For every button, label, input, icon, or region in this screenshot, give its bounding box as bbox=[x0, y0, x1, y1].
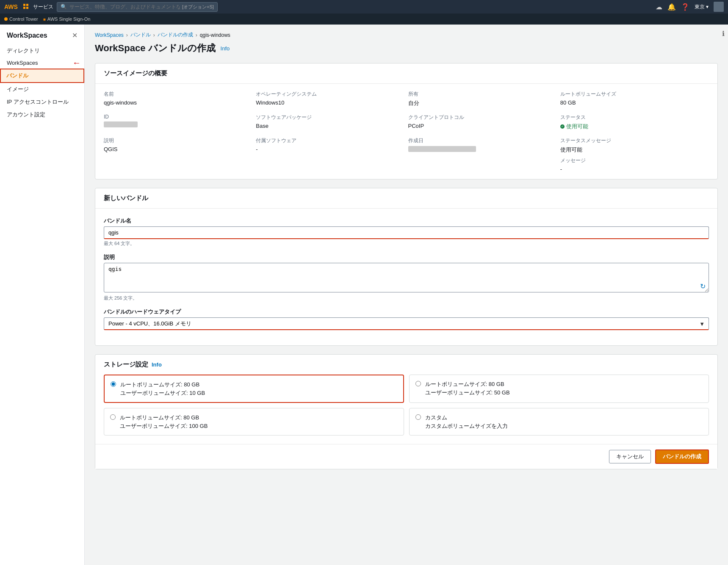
source-status-msg-value: 使用可能 bbox=[560, 146, 709, 154]
search-icon: 🔍 bbox=[61, 4, 67, 10]
sidebar-item-workspaces[interactable]: WorkSpaces bbox=[0, 57, 72, 69]
breadcrumb-workspaces[interactable]: WorkSpaces bbox=[95, 32, 124, 38]
source-desc-cell: 説明 QGIS bbox=[104, 137, 252, 172]
source-image-table: 名前 qgis-windows オペレーティングシステム Windows10 所… bbox=[95, 84, 717, 179]
main-layout: WorkSpaces ✕ ディレクトリ WorkSpaces ← バンドル イメ… bbox=[0, 25, 728, 565]
source-created-cell: 作成日 bbox=[408, 137, 557, 172]
sidebar-close-button[interactable]: ✕ bbox=[72, 31, 78, 39]
source-id-label: ID bbox=[104, 114, 252, 120]
storage-option-1-text: ルートボリュームサイズ: 80 GBユーザーボリュームサイズ: 10 GB bbox=[120, 380, 205, 397]
bell-icon[interactable]: 🔔 bbox=[667, 3, 676, 11]
storage-option-4[interactable]: カスタムカスタムボリュームサイズを入力 bbox=[409, 408, 709, 435]
sidebar-item-image[interactable]: イメージ bbox=[0, 83, 84, 96]
sidebar-title: WorkSpaces bbox=[7, 32, 47, 39]
search-input[interactable] bbox=[69, 4, 180, 10]
sidebar-item-ip-access[interactable]: IP アクセスコントロール bbox=[0, 96, 84, 108]
help-icon[interactable]: ❓ bbox=[681, 3, 689, 11]
storage-option-2[interactable]: ルートボリュームサイズ: 80 GBユーザーボリュームサイズ: 50 GB bbox=[409, 375, 709, 403]
sidebar-item-directory[interactable]: ディレクトリ bbox=[0, 44, 84, 57]
page-info-link[interactable]: Info bbox=[221, 45, 230, 52]
storage-options-grid: ルートボリュームサイズ: 80 GBユーザーボリュームサイズ: 10 GB ルー… bbox=[95, 375, 717, 444]
page-title-row: WorkSpace バンドルの作成 Info bbox=[95, 42, 718, 55]
storage-radio-3[interactable] bbox=[110, 414, 116, 420]
sso-link[interactable]: ■ AWS Single Sign-On bbox=[43, 17, 91, 22]
aws-logo: AWS bbox=[4, 3, 18, 10]
top-navigation: AWS サービス 🔍 [オプション+S] ☁ 🔔 ❓ 東京 ▾ bbox=[0, 0, 728, 14]
description-group: 説明 qgis ↻ 最大 256 文字。 bbox=[104, 254, 709, 301]
red-arrow-icon: ← bbox=[72, 58, 81, 68]
account-avatar[interactable] bbox=[714, 2, 724, 12]
source-status-cell: ステータス 使用可能 bbox=[560, 114, 709, 130]
sidebar-item-account-settings[interactable]: アカウント設定 bbox=[0, 108, 84, 121]
source-software-label: 付属ソフトウェア bbox=[256, 137, 404, 144]
services-button[interactable]: サービス bbox=[33, 3, 53, 11]
search-bar[interactable]: 🔍 [オプション+S] bbox=[57, 2, 218, 12]
svg-rect-3 bbox=[26, 7, 28, 9]
source-software-cell: 付属ソフトウェア - bbox=[256, 137, 404, 172]
source-software-value: - bbox=[256, 146, 404, 152]
source-name-value: qgis-windows bbox=[104, 99, 252, 106]
svg-rect-0 bbox=[23, 4, 25, 6]
storage-option-4-text: カスタムカスタムボリュームサイズを入力 bbox=[425, 413, 508, 430]
nav-right: ☁ 🔔 ❓ 東京 ▾ bbox=[656, 2, 724, 12]
hardware-type-group: バンドルのハードウェアタイプ Value - 1 vCPU、2.0GiB メモリ… bbox=[104, 308, 709, 330]
breadcrumb-create[interactable]: バンドルの作成 bbox=[158, 31, 193, 39]
sidebar-item-bundle[interactable]: バンドル bbox=[0, 69, 84, 83]
page-title: WorkSpace バンドルの作成 bbox=[95, 42, 216, 55]
control-tower-label: Control Tower bbox=[9, 17, 38, 22]
source-pkg-label: ソフトウェアパッケージ bbox=[256, 114, 404, 121]
description-hint: 最大 256 文字。 bbox=[104, 295, 709, 301]
storage-option-2-text: ルートボリュームサイズ: 80 GBユーザーボリュームサイズ: 50 GB bbox=[425, 380, 510, 397]
status-text: 使用可能 bbox=[566, 123, 588, 130]
breadcrumb-sep2: › bbox=[153, 32, 155, 38]
action-bar: キャンセル バンドルの作成 bbox=[95, 444, 717, 469]
hardware-type-select-wrapper: Value - 1 vCPU、2.0GiB メモリ Standard - 2 v… bbox=[104, 317, 709, 330]
source-os-cell: オペレーティングシステム Windows10 bbox=[256, 91, 404, 107]
bundle-name-hint: 最大 64 文字。 bbox=[104, 240, 709, 247]
source-message-label: メッセージ bbox=[560, 157, 709, 164]
cloud-icon[interactable]: ☁ bbox=[656, 3, 662, 11]
source-protocol-cell: クライアントプロトコル PCoIP bbox=[408, 114, 557, 130]
source-owner-cell: 所有 自分 bbox=[408, 91, 557, 107]
status-available-icon bbox=[560, 124, 565, 129]
storage-option-3[interactable]: ルートボリュームサイズ: 80 GBユーザーボリュームサイズ: 100 GB bbox=[104, 408, 404, 435]
source-created-value bbox=[408, 146, 476, 152]
source-os-value: Windows10 bbox=[256, 99, 404, 106]
sidebar-workspaces-row: WorkSpaces ← bbox=[0, 57, 84, 69]
control-tower-link[interactable]: Control Tower bbox=[4, 17, 38, 22]
hardware-type-label: バンドルのハードウェアタイプ bbox=[104, 308, 709, 316]
breadcrumb: WorkSpaces › バンドル › バンドルの作成 › qgis-windo… bbox=[95, 31, 718, 39]
source-status-msg-cell: ステータスメッセージ 使用可能 メッセージ - bbox=[560, 137, 709, 172]
source-os-label: オペレーティングシステム bbox=[256, 91, 404, 98]
source-id-cell: ID bbox=[104, 114, 252, 130]
refresh-icon[interactable]: ↻ bbox=[700, 282, 706, 290]
storage-radio-2[interactable] bbox=[415, 381, 421, 386]
cancel-button[interactable]: キャンセル bbox=[609, 450, 651, 463]
storage-radio-4[interactable] bbox=[415, 414, 421, 420]
storage-info-link[interactable]: Info bbox=[152, 361, 162, 368]
storage-radio-1[interactable] bbox=[111, 381, 116, 387]
breadcrumb-sep1: › bbox=[126, 32, 128, 38]
region-selector[interactable]: 東京 ▾ bbox=[695, 3, 709, 11]
source-pkg-cell: ソフトウェアパッケージ Base bbox=[256, 114, 404, 130]
create-bundle-button[interactable]: バンドルの作成 bbox=[655, 449, 709, 464]
sso-icon: ■ bbox=[43, 17, 46, 22]
sidebar: WorkSpaces ✕ ディレクトリ WorkSpaces ← バンドル イメ… bbox=[0, 25, 85, 565]
grid-icon bbox=[23, 3, 30, 10]
breadcrumb-bundles[interactable]: バンドル bbox=[130, 31, 151, 39]
new-bundle-card-header: 新しいバンドル bbox=[95, 188, 717, 209]
description-textarea[interactable]: qgis bbox=[104, 263, 709, 292]
description-label: 説明 bbox=[104, 254, 709, 261]
source-pkg-value: Base bbox=[256, 123, 404, 129]
description-textarea-wrapper: qgis ↻ bbox=[104, 263, 709, 294]
hardware-type-select[interactable]: Value - 1 vCPU、2.0GiB メモリ Standard - 2 v… bbox=[104, 317, 709, 330]
storage-option-3-text: ルートボリュームサイズ: 80 GBユーザーボリュームサイズ: 100 GB bbox=[120, 413, 208, 430]
svg-rect-1 bbox=[26, 4, 28, 6]
sidebar-header: WorkSpaces ✕ bbox=[0, 31, 84, 44]
source-owner-label: 所有 bbox=[408, 91, 557, 98]
source-desc-label: 説明 bbox=[104, 137, 252, 144]
page-info-icon[interactable]: ℹ bbox=[722, 30, 725, 38]
source-image-card-header: ソースイメージの概要 bbox=[95, 63, 717, 84]
storage-option-1[interactable]: ルートボリュームサイズ: 80 GBユーザーボリュームサイズ: 10 GB bbox=[104, 375, 404, 403]
bundle-name-input[interactable] bbox=[104, 226, 709, 239]
